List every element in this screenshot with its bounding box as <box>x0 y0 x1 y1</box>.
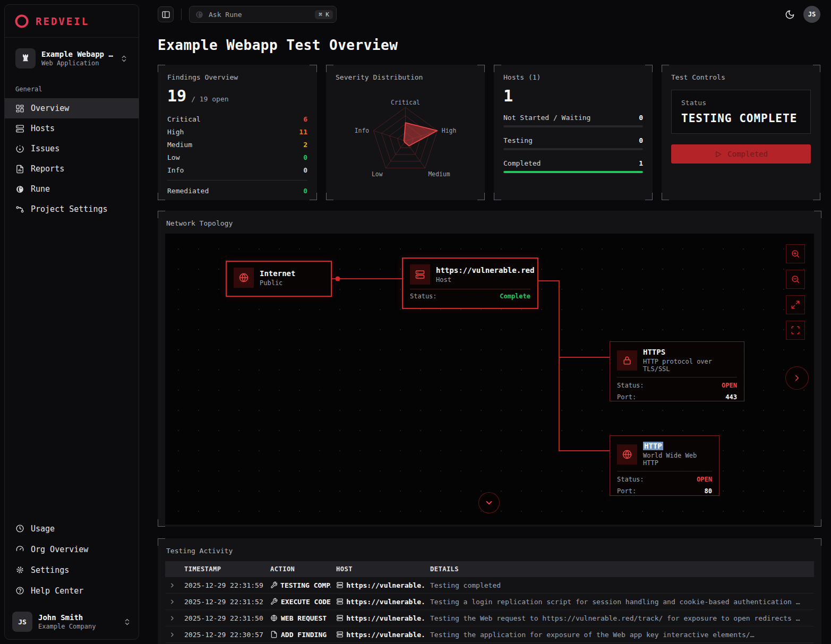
severity-radar-chart: Critical High Medium Low Info <box>336 82 475 196</box>
row-expand-icon[interactable] <box>165 631 184 638</box>
user-menu[interactable]: JS John Smith Example Company <box>5 605 139 639</box>
expand-icon <box>791 300 800 310</box>
table-row[interactable]: 2025-12-29 22:31:52 EXECUTE CODE https:/… <box>165 594 814 610</box>
sidebar-item-reports[interactable]: Reports <box>5 159 139 179</box>
project-selector[interactable]: Example Webapp … Web Application <box>11 45 132 72</box>
castle-icon <box>15 48 36 68</box>
panel-title: Testing Activity <box>165 546 814 561</box>
progress-fill <box>503 171 643 173</box>
row-action: WEB REQUEST <box>270 614 336 622</box>
status-key: Status: <box>410 293 437 300</box>
findings-rows: Critical 6 High 11 Medium 2 Low <box>167 113 307 197</box>
page-title: Example Webapp Test Overview <box>158 37 831 53</box>
zoom-out-button[interactable] <box>786 270 805 289</box>
hosts-total-count: 1 <box>503 87 513 105</box>
table-row[interactable]: 2025-12-29 22:30:57 ADD FINDING https://… <box>165 626 814 643</box>
next-host-button[interactable] <box>785 366 809 390</box>
status-value: TESTING COMPLETE <box>681 112 801 125</box>
sidebar-nav: Overview Hosts Issues <box>5 98 139 219</box>
node-subtitle: HTTP protocol over TLS/SSL <box>643 358 737 373</box>
column-header-action: ACTION <box>270 565 336 573</box>
sidebar-item-label: Overview <box>31 104 69 113</box>
completed-button[interactable]: Completed <box>671 144 811 164</box>
findings-total-count: 19 <box>167 87 186 105</box>
status-label: Status <box>681 99 801 107</box>
table-row[interactable]: 2025-12-29 22:31:50 WEB REQUEST https://… <box>165 610 814 626</box>
row-host: https://vulnerable.… <box>336 581 430 589</box>
node-https[interactable]: HTTPS HTTP protocol over TLS/SSL Status:… <box>610 341 744 401</box>
sidebar-item-rune[interactable]: Rune <box>5 179 139 199</box>
theme-toggle-button[interactable] <box>785 10 795 20</box>
status-key: Status: <box>617 476 644 483</box>
fit-view-icon <box>791 325 800 335</box>
severity-distribution-card: Severity Distribution Critical High Medi… <box>326 65 485 200</box>
report-icon <box>15 165 24 174</box>
node-internet[interactable]: Internet Public <box>226 261 332 297</box>
node-host[interactable]: https://vulnerable.red Host Status: Comp… <box>402 257 538 309</box>
status-value: OPEN <box>722 382 737 389</box>
sidebar-item-issues[interactable]: Issues <box>5 139 139 159</box>
sidebar-item-label: Project Settings <box>31 204 108 214</box>
sidebar-item-hosts[interactable]: Hosts <box>5 118 139 139</box>
moon-icon <box>785 10 795 20</box>
progress-track <box>503 125 643 127</box>
sidebar-item-label: Reports <box>31 164 64 174</box>
column-header-timestamp: TIMESTAMP <box>184 565 270 573</box>
port-key: Port: <box>617 393 636 401</box>
sidebar-item-overview[interactable]: Overview <box>5 98 139 118</box>
globe-icon <box>270 614 278 622</box>
node-title: Internet <box>260 269 295 278</box>
row-expand-icon[interactable] <box>165 615 184 622</box>
dashboard-icon <box>15 104 24 113</box>
node-subtitle: Host <box>436 276 534 284</box>
node-http[interactable]: HTTP World Wide Web HTTP Status: OPEN Po… <box>610 435 719 496</box>
progress-track <box>503 171 643 173</box>
sidebar-item-settings[interactable]: Settings <box>5 560 139 580</box>
play-icon <box>714 150 722 158</box>
card-title: Findings Overview <box>167 73 307 81</box>
row-action: ADD FINDING <box>270 631 336 639</box>
rune-search-icon <box>195 10 204 19</box>
user-company: Example Company <box>38 623 117 630</box>
activity-table: TIMESTAMP ACTION HOST DETAILS 2025-12-29… <box>165 561 814 643</box>
radar-label-high: High <box>442 127 456 134</box>
sidebar-item-label: Issues <box>31 144 59 153</box>
network-topology-panel: Network Topology <box>158 211 821 527</box>
search-input[interactable]: Ask Rune ⌘ K <box>189 6 337 23</box>
fit-view-button[interactable] <box>786 321 805 340</box>
radar-label-medium: Medium <box>428 170 450 178</box>
avatar[interactable]: JS <box>803 6 820 23</box>
node-title: HTTP <box>643 442 663 450</box>
sidebar-footer-nav: Usage Org Overview Settings <box>5 518 139 605</box>
host-status-row: Testing 0 <box>503 136 643 150</box>
clock-icon <box>15 524 24 533</box>
wrench-icon <box>270 581 277 589</box>
test-controls-card: Test Controls Status TESTING COMPLETE Co… <box>662 65 820 200</box>
topology-canvas[interactable]: Internet Public https://vulnera <box>165 234 814 525</box>
row-details: Testing a login replication script for s… <box>430 598 814 606</box>
brand[interactable]: REDVEIL <box>5 5 139 38</box>
expand-button[interactable] <box>786 295 805 314</box>
sidebar-item-project-settings[interactable]: Project Settings <box>5 199 139 219</box>
sidebar-item-label: Settings <box>31 565 69 575</box>
status-box: Status TESTING COMPLETE <box>671 90 811 134</box>
sidebar-toggle-button[interactable] <box>158 6 174 22</box>
zoom-in-button[interactable] <box>786 244 805 263</box>
search-placeholder: Ask Rune <box>209 11 310 19</box>
summary-cards: Findings Overview 19 / 19 open Critical … <box>158 65 821 200</box>
panel-left-icon <box>161 10 170 19</box>
node-title: HTTPS <box>643 348 737 356</box>
server-icon <box>336 581 343 589</box>
scroll-down-button[interactable] <box>478 492 500 513</box>
sidebar-item-help-center[interactable]: Help Center <box>5 580 139 601</box>
progress-track <box>503 148 643 150</box>
finding-row: Critical 6 <box>167 113 307 125</box>
sidebar-item-org-overview[interactable]: Org Overview <box>5 539 139 560</box>
user-info: John Smith Example Company <box>38 613 117 630</box>
sidebar-item-usage[interactable]: Usage <box>5 518 139 539</box>
activity-table-header: TIMESTAMP ACTION HOST DETAILS <box>165 561 814 577</box>
row-expand-icon[interactable] <box>165 582 184 589</box>
row-expand-icon[interactable] <box>165 598 184 605</box>
table-row[interactable]: 2025-12-29 22:31:59 TESTING COMP… https:… <box>165 577 814 594</box>
row-details: Testing completed <box>430 581 814 589</box>
